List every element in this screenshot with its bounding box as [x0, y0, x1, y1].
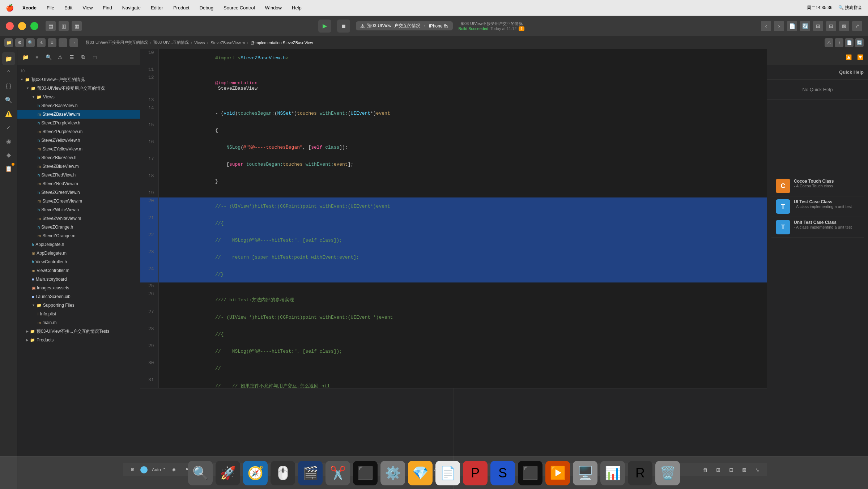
bottom-panel-toggle[interactable]: ▥: [59, 21, 69, 31]
tree-file-yellow-m[interactable]: m SteveZYellowView.m: [17, 145, 140, 153]
line-code-22[interactable]: // NSLog(@"%@----hitTest:", [self class]…: [158, 231, 767, 248]
line-code-28[interactable]: //{: [158, 326, 767, 343]
line-code-18[interactable]: }: [158, 173, 767, 190]
navigator-icon-folder[interactable]: 📁: [2, 52, 15, 65]
breadcrumb-btn2[interactable]: 🔍: [26, 38, 35, 47]
tree-file-appdelegate-h[interactable]: h AppDelegate.h: [17, 240, 140, 249]
tree-file-red-m[interactable]: m SteveZRedView.m: [17, 179, 140, 188]
nav-toolbar-btn4[interactable]: ⚠: [55, 52, 65, 62]
qh-item-cocoa[interactable]: C Cocoa Touch Class - A Cocoa Touch clas…: [771, 176, 864, 196]
breadcrumb-right-btn4[interactable]: 🔄: [855, 38, 864, 47]
navigator-icon-debug[interactable]: ◉: [2, 135, 15, 148]
tree-group-supporting[interactable]: ▼ 📁 Supporting Files: [17, 301, 140, 310]
line-code-31[interactable]: // // 如果控件不允许与用户交互,怎么返回_nil: [158, 377, 767, 388]
tree-file-white-m[interactable]: m SteveZWhiteView.m: [17, 214, 140, 223]
left-panel-toggle[interactable]: ▤: [46, 21, 56, 31]
code-content[interactable]: 10 #import <SteveZBaseView.h> 11: [140, 49, 767, 388]
line-code-17[interactable]: [super touchesBegan:touches withEvent:ev…: [158, 156, 767, 173]
line-code-15[interactable]: {: [158, 122, 767, 139]
dock-app2[interactable]: S: [490, 461, 515, 485]
navigator-icon-issue[interactable]: ⚠️: [2, 107, 15, 120]
breadcrumb-btn1[interactable]: ⚙: [15, 38, 24, 47]
tree-file-viewcontroller-h[interactable]: h ViewController.h: [17, 258, 140, 266]
tree-file-purple-h[interactable]: h SteveZPurpleView.h: [17, 119, 140, 127]
menu-file[interactable]: File: [45, 4, 56, 11]
menu-view[interactable]: View: [81, 4, 94, 11]
line-code-20[interactable]: //-- (UIView*)hitTest:(CGPoint)point wit…: [158, 197, 767, 214]
navigator-icon-symbol[interactable]: { }: [2, 80, 15, 93]
dock-sketch[interactable]: 💎: [408, 461, 433, 485]
run-button[interactable]: ▶: [318, 20, 331, 33]
tree-group-project[interactable]: ▼ 📁 预03-UIView不接受用户交互的情况: [17, 84, 140, 93]
breadcrumb-right-btn2[interactable]: ⟩: [835, 38, 843, 47]
right-panel-toggle[interactable]: ▦: [72, 21, 82, 31]
menu-edit[interactable]: Edit: [63, 4, 74, 11]
nav-toolbar-btn2[interactable]: ≡: [32, 52, 42, 62]
close-button[interactable]: [6, 22, 14, 30]
breadcrumb-btn4[interactable]: ≡: [48, 38, 56, 47]
dock-safari[interactable]: 🧭: [243, 461, 268, 485]
line-code-23[interactable]: // return [super hitTest:point withEvent…: [158, 248, 767, 265]
line-code-24[interactable]: //}: [158, 265, 767, 282]
menu-navigate[interactable]: Navigate: [121, 4, 142, 11]
menu-editor[interactable]: Editor: [149, 4, 165, 11]
line-code-29[interactable]: // NSLog(@"%@----hitTest:", [self class]…: [158, 343, 767, 360]
breadcrumb-right-btn1[interactable]: ⚠: [825, 38, 833, 47]
navigator-toggle[interactable]: 📁: [4, 38, 13, 47]
tree-file-xcassets[interactable]: ▣ Images.xcassets: [17, 284, 140, 292]
dock-quicktime[interactable]: 🎬: [298, 461, 323, 485]
dock-mouse[interactable]: 🖱️: [271, 461, 295, 485]
dock-trash[interactable]: 🗑️: [655, 461, 680, 485]
breadcrumb-item-4[interactable]: SteveZBaseView.m: [210, 41, 245, 45]
panel-layout-btn2[interactable]: ⊟: [826, 21, 836, 31]
breadcrumb-item-3[interactable]: Views: [194, 41, 205, 45]
breadcrumb-btn3[interactable]: ⚠: [37, 38, 46, 47]
tree-group-products[interactable]: ▶ 📁 Products: [17, 336, 140, 344]
nav-toolbar-btn5[interactable]: ☰: [67, 52, 77, 62]
line-code-10[interactable]: #import <SteveZBaseView.h>: [158, 49, 767, 66]
tree-file-white-h[interactable]: h SteveZWhiteView.h: [17, 205, 140, 214]
nav-toolbar-btn3[interactable]: 🔍: [43, 52, 54, 62]
breadcrumb-item-1[interactable]: 预03-UIView不接受用户交互的情况: [86, 40, 148, 45]
qh-item-unittest[interactable]: T Unit Test Case Class - A class impleme…: [771, 217, 864, 238]
navigator-icon-breakpoint[interactable]: ◆: [2, 148, 15, 161]
refresh-icon[interactable]: 🔄: [800, 21, 810, 31]
dock-app4[interactable]: ▶️: [545, 461, 570, 485]
line-code-26[interactable]: //// hitTest:方法内部的参考实现: [158, 290, 767, 309]
line-code-12[interactable]: @implementation SteveZBaseView: [158, 74, 767, 97]
minimize-button[interactable]: [18, 22, 26, 30]
nav-toolbar-btn6[interactable]: ⧉: [78, 52, 88, 62]
breadcrumb-btn5[interactable]: ←: [59, 38, 67, 47]
menu-window[interactable]: Window: [264, 4, 283, 11]
nav-toolbar-btn1[interactable]: 📁: [20, 52, 30, 62]
tree-group-views[interactable]: ▼ 📁 Views: [17, 93, 140, 101]
dock-ppy[interactable]: P: [463, 461, 488, 485]
tree-group-tests[interactable]: ▶ 📁 预03-UIView不接...户交互的情况Tests: [17, 327, 140, 336]
line-code-13[interactable]: [158, 97, 767, 105]
dock-finder[interactable]: 🔍: [188, 461, 213, 485]
stop-button[interactable]: ⏹: [337, 20, 350, 33]
file-icon[interactable]: 📄: [787, 21, 797, 31]
navigator-icon-test[interactable]: ✓: [2, 121, 15, 134]
expand-button[interactable]: ⤢: [852, 21, 862, 31]
tree-file-stevez-base-m[interactable]: m SteveZBaseView.m: [17, 110, 140, 119]
tree-file-storyboard[interactable]: ■ Main.storyboard: [17, 275, 140, 284]
breadcrumb-right-btn3[interactable]: 📄: [845, 38, 854, 47]
tree-file-blue-m[interactable]: m SteveZBlueView.m: [17, 162, 140, 171]
line-code-19[interactable]: [158, 190, 767, 197]
tree-file-appdelegate-m[interactable]: m AppDelegate.m: [17, 249, 140, 258]
breadcrumb-btn6[interactable]: →: [69, 38, 78, 47]
line-code-27[interactable]: //- (UIView *)hitTest:(CGPoint)point wit…: [158, 309, 767, 326]
tree-file-launchscreen[interactable]: ■ LaunchScreen.xib: [17, 292, 140, 301]
tree-file-viewcontroller-m[interactable]: m ViewController.m: [17, 266, 140, 275]
nav-toolbar-btn7[interactable]: ◻: [90, 52, 100, 62]
menu-source-control[interactable]: Source Control: [222, 4, 256, 11]
maximize-button[interactable]: [30, 22, 38, 30]
navigator-icon-report[interactable]: 📋: [2, 162, 15, 175]
line-code-14[interactable]: - (void)touchesBegan:(NSSet*)touches wit…: [158, 105, 767, 122]
menu-help[interactable]: Help: [290, 4, 303, 11]
breadcrumb-item-2[interactable]: 预03-UIV...互的情况: [153, 40, 188, 45]
line-code-11[interactable]: [158, 66, 767, 74]
tree-file-green-h[interactable]: h SteveZGreenView.h: [17, 188, 140, 197]
navigator-icon-find[interactable]: 🔍: [2, 93, 15, 106]
